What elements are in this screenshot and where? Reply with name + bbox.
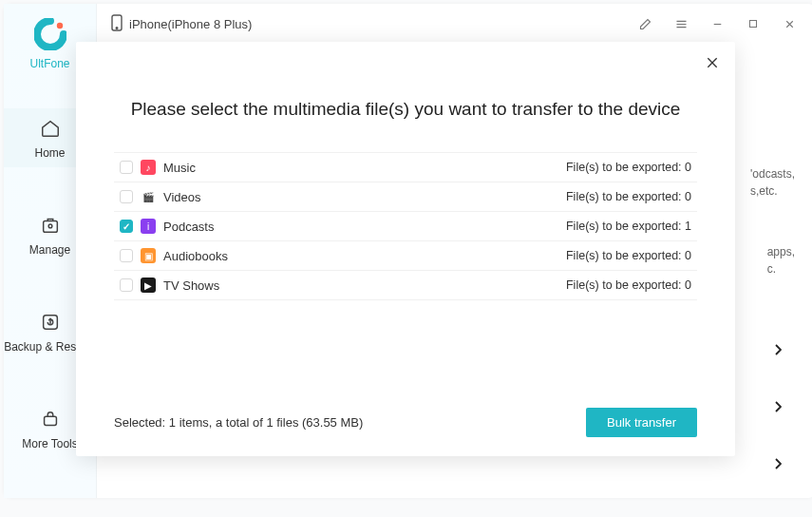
export-count: File(s) to be exported: 0: [566, 161, 691, 174]
edit-icon[interactable]: [632, 10, 658, 37]
modal-title: Please select the multimedia file(s) you…: [76, 99, 735, 120]
transfer-modal: Please select the multimedia file(s) you…: [76, 42, 735, 456]
checkbox-podcasts[interactable]: [120, 220, 133, 233]
maximize-button[interactable]: [740, 10, 766, 37]
export-count: File(s) to be exported: 0: [566, 249, 691, 262]
filetype-label: Music: [163, 161, 558, 175]
tools-icon: [38, 407, 63, 431]
filetype-row-videos[interactable]: 🎬 Videos File(s) to be exported: 0: [114, 182, 697, 212]
filetype-label: Videos: [163, 190, 558, 204]
bg-card-text-2: apps,c.: [767, 243, 795, 278]
svg-rect-4: [44, 416, 56, 425]
filetype-row-music[interactable]: ♪ Music File(s) to be exported: 0: [114, 153, 697, 182]
filetype-label: TV Shows: [163, 278, 558, 293]
phone-icon: [110, 14, 123, 34]
section-chevron-2[interactable]: [768, 395, 787, 418]
checkbox-audiobooks[interactable]: [120, 249, 133, 262]
bulk-transfer-button[interactable]: Bulk transfer: [586, 408, 697, 437]
close-icon[interactable]: [701, 51, 724, 74]
audiobooks-icon: ▣: [141, 248, 156, 263]
checkbox-music[interactable]: [120, 161, 133, 174]
bg-card-text-1: 'odcasts,s,etc.: [750, 165, 795, 200]
manage-icon: [38, 213, 63, 238]
music-icon: ♪: [141, 160, 156, 175]
modal-footer: Selected: 1 items, a total of 1 files (6…: [76, 393, 735, 456]
filetype-label: Podcasts: [163, 220, 558, 234]
menu-icon[interactable]: [668, 10, 694, 37]
filetype-list: ♪ Music File(s) to be exported: 0 🎬 Vide…: [114, 152, 697, 300]
checkbox-tvshows[interactable]: [120, 278, 133, 292]
filetype-row-tvshows[interactable]: ▶ TV Shows File(s) to be exported: 0: [114, 271, 697, 300]
home-icon: [38, 116, 63, 141]
backup-icon: [38, 310, 63, 335]
nav-label: Home: [34, 146, 65, 160]
brand-name: UltFone: [29, 57, 69, 70]
minimize-button[interactable]: [704, 10, 730, 37]
videos-icon: 🎬: [141, 189, 156, 204]
podcasts-icon: i: [141, 219, 156, 234]
svg-point-6: [116, 27, 118, 29]
svg-point-2: [48, 224, 52, 228]
svg-point-0: [56, 23, 62, 29]
section-chevron-3[interactable]: [768, 452, 787, 475]
device-label: iPhone(iPhone 8 Plus): [129, 17, 252, 31]
selection-summary: Selected: 1 items, a total of 1 files (6…: [114, 415, 586, 430]
filetype-row-audiobooks[interactable]: ▣ Audiobooks File(s) to be exported: 0: [114, 241, 697, 271]
filetype-row-podcasts[interactable]: i Podcasts File(s) to be exported: 1: [114, 212, 697, 241]
titlebar: iPhone(iPhone 8 Plus): [97, 4, 812, 44]
export-count: File(s) to be exported: 0: [566, 278, 691, 292]
tvshows-icon: ▶: [141, 278, 156, 293]
nav-label: More Tools: [22, 437, 77, 450]
nav-label: Manage: [29, 243, 70, 257]
export-count: File(s) to be exported: 0: [566, 190, 691, 203]
app-logo: [31, 15, 69, 53]
section-chevron-1[interactable]: [768, 338, 787, 361]
svg-rect-7: [750, 21, 757, 28]
close-window-button[interactable]: [776, 10, 803, 37]
device-indicator: iPhone(iPhone 8 Plus): [110, 14, 252, 34]
filetype-label: Audiobooks: [163, 249, 558, 263]
svg-rect-1: [43, 220, 57, 232]
checkbox-videos[interactable]: [120, 190, 133, 203]
export-count: File(s) to be exported: 1: [566, 220, 691, 233]
